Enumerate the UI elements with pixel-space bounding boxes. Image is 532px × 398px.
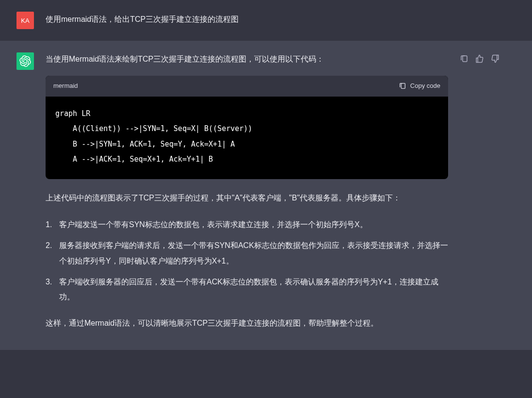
explanation-text: 上述代码中的流程图表示了TCP三次握手的过程，其中"A"代表客户端，"B"代表服… — [46, 191, 448, 205]
list-item: 服务器接收到客户端的请求后，发送一个带有SYN和ACK标志位的数据包作为回应，表… — [46, 238, 448, 268]
copy-code-button[interactable]: Copy code — [399, 81, 440, 92]
user-message-text: 使用mermaid语法，给出TCP三次握手建立连接的流程图 — [46, 13, 448, 26]
assistant-message-row: 当使用Mermaid语法来绘制TCP三次握手建立连接的流程图，可以使用以下代码：… — [0, 41, 532, 350]
user-avatar: KA — [16, 12, 34, 29]
conclusion-text: 这样，通过Mermaid语法，可以清晰地展示TCP三次握手建立连接的流程图，帮助… — [46, 316, 448, 331]
code-body: graph LR A((Client)) -->|SYN=1, Seq=X| B… — [46, 97, 448, 179]
clipboard-icon — [399, 82, 406, 90]
step-text: 客户端收到服务器的回应后，发送一个带有ACK标志位的数据包，表示确认服务器的序列… — [59, 274, 448, 304]
list-item: 客户端收到服务器的回应后，发送一个带有ACK标志位的数据包，表示确认服务器的序列… — [46, 274, 448, 304]
svg-rect-0 — [401, 83, 405, 89]
code-block: mermaid Copy code graph LR A((Client)) -… — [46, 76, 448, 179]
user-message-content: 使用mermaid语法，给出TCP三次握手建立连接的流程图 — [46, 12, 448, 29]
list-item: 客户端发送一个带有SYN标志位的数据包，表示请求建立连接，并选择一个初始序列号X… — [46, 217, 448, 232]
thumbs-down-icon[interactable] — [491, 54, 500, 63]
steps-list: 客户端发送一个带有SYN标志位的数据包，表示请求建立连接，并选择一个初始序列号X… — [46, 217, 448, 304]
assistant-intro-text: 当使用Mermaid语法来绘制TCP三次握手建立连接的流程图，可以使用以下代码： — [46, 52, 448, 66]
thumbs-up-icon[interactable] — [475, 54, 484, 63]
openai-logo-icon — [19, 55, 31, 67]
step-text: 服务器接收到客户端的请求后，发送一个带有SYN和ACK标志位的数据包作为回应，表… — [59, 238, 448, 268]
code-language-label: mermaid — [53, 81, 78, 92]
assistant-message-content: 当使用Mermaid语法来绘制TCP三次握手建立连接的流程图，可以使用以下代码：… — [46, 52, 448, 331]
svg-rect-1 — [463, 56, 467, 62]
assistant-avatar — [16, 52, 34, 70]
message-actions — [460, 54, 500, 331]
step-text: 客户端发送一个带有SYN标志位的数据包，表示请求建立连接，并选择一个初始序列号X… — [59, 217, 448, 232]
code-header: mermaid Copy code — [46, 76, 448, 97]
copy-code-label: Copy code — [410, 81, 440, 92]
user-avatar-text: KA — [21, 17, 29, 24]
user-message-row: KA 使用mermaid语法，给出TCP三次握手建立连接的流程图 — [0, 0, 532, 41]
copy-icon[interactable] — [460, 54, 468, 63]
